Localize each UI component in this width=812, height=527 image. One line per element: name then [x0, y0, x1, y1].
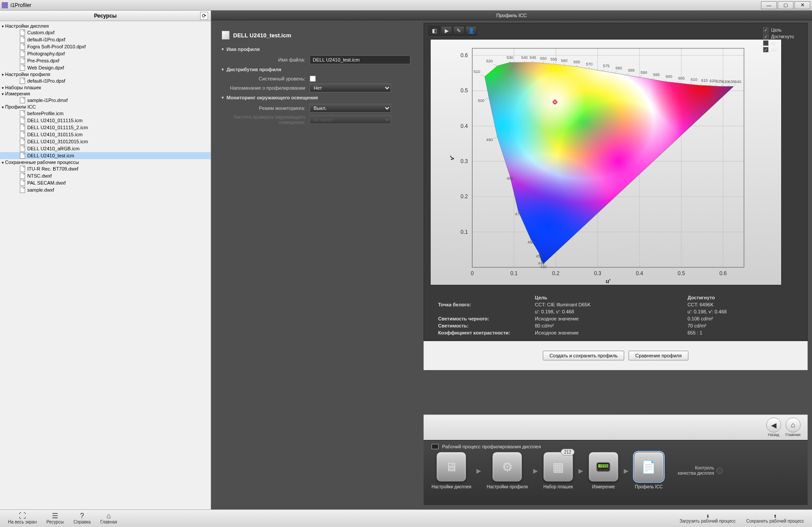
reminder-select[interactable]: Нет: [310, 84, 391, 92]
svg-text:0.2: 0.2: [461, 193, 468, 200]
workflow-step[interactable]: 🖥Настройки дисплея: [432, 452, 471, 489]
viz-tool-measure-icon[interactable]: ✎: [453, 26, 465, 36]
refresh-button[interactable]: ⟳: [200, 12, 208, 20]
file-icon: [19, 173, 26, 179]
tree-section[interactable]: Настройки профиля: [0, 71, 211, 77]
file-icon: [19, 51, 26, 57]
file-name-input[interactable]: [310, 55, 410, 64]
tree-item[interactable]: Pre-Press.dpxf: [0, 57, 211, 64]
file-icon: [19, 97, 26, 103]
viz-tool-play-icon[interactable]: ▶: [441, 26, 452, 36]
form-panel: DELL U2410_test.icm Имя профиля Имя файл…: [211, 20, 421, 509]
svg-text:555: 555: [550, 57, 557, 62]
bottombar-item[interactable]: ?Справка: [73, 512, 91, 524]
reminder-label: Напоминание о профилировании: [222, 85, 305, 91]
bottombar-item[interactable]: ⬆Сохранить рабочий процесс: [746, 514, 804, 523]
bottombar-item[interactable]: ⛶На весь экран: [8, 512, 37, 524]
chevron-right-icon: ▶: [476, 467, 481, 474]
tree-item[interactable]: DELL U2410_test.icm: [0, 152, 211, 159]
tree-item[interactable]: Fogra Soft-Proof 2010.dpxf: [0, 43, 211, 50]
svg-line-91: [700, 84, 702, 85]
nav-back-button[interactable]: ◀Назад: [766, 418, 781, 437]
file-icon: [19, 44, 26, 50]
content: Профиль ICC DELL U2410_test.icm Имя проф…: [211, 11, 812, 509]
svg-text:0.5: 0.5: [678, 270, 685, 276]
bottombar-item[interactable]: ☰Ресурсы: [46, 512, 63, 524]
workflow-step[interactable]: ▦212Набор плашек: [543, 452, 573, 489]
viz-option[interactable]: ✓Достигнуто: [763, 34, 803, 39]
tree-item[interactable]: DELL U2410_011115_2.icm: [0, 124, 211, 131]
svg-text:0.3: 0.3: [461, 158, 468, 164]
svg-text:520: 520: [486, 59, 493, 63]
tree-section[interactable]: Профили ICC: [0, 104, 211, 110]
tree-item[interactable]: beforeProfile.icm: [0, 110, 211, 117]
svg-text:0.4: 0.4: [461, 123, 468, 129]
tree-item[interactable]: default-i1Pro.dpxf: [0, 36, 211, 43]
workflow-step[interactable]: 📄Профиль ICC: [634, 452, 664, 489]
file-icon: [19, 153, 26, 159]
svg-text:0.1: 0.1: [510, 270, 518, 276]
file-icon: [19, 138, 26, 145]
tree-item[interactable]: DELL U2410_31012015.icm: [0, 138, 211, 145]
tree-item[interactable]: Custom.dpxf: [0, 29, 211, 36]
monitor-icon: [432, 444, 439, 449]
save-profile-button[interactable]: Создать и сохранить профиль: [543, 351, 624, 360]
workflow-tile-icon: ⚙: [492, 452, 522, 482]
tree-item[interactable]: DELL U2410_011115.icm: [0, 117, 211, 124]
tree-section[interactable]: Измерения: [0, 91, 211, 97]
close-button[interactable]: ✕: [794, 1, 810, 9]
svg-point-37: [525, 71, 587, 132]
workflow-extra[interactable]: Контролькачества дисплея: [678, 465, 723, 476]
svg-text:610: 610: [691, 77, 697, 82]
tree-item[interactable]: DELL U2410_310115.icm: [0, 131, 211, 138]
tree-item[interactable]: Photography.dpxf: [0, 50, 211, 57]
nav-home-button[interactable]: ⌂Главная: [786, 418, 801, 437]
svg-line-83: [652, 78, 654, 80]
sidebar-title: Ресурсы: [94, 13, 117, 19]
section-distribution[interactable]: Дистрибутив профиля: [222, 67, 410, 72]
viz-tool-gamut-icon[interactable]: ◧: [428, 26, 440, 36]
sidebar-header: Ресурсы ⟳: [0, 11, 211, 21]
bottombar-item[interactable]: ⬇Загрузить рабочий процесс: [680, 514, 736, 523]
tree-item[interactable]: ITU-R Rec. BT709.dwxf: [0, 165, 211, 172]
workflow-step-label: Профиль ICC: [635, 484, 662, 489]
bottombar-icon: ⬇: [706, 514, 710, 519]
mode-select[interactable]: Выкл.: [310, 104, 391, 113]
chart-svg: 00.10.20.30.40.50.60.10.20.30.40.50.6u'v…: [431, 40, 781, 285]
tree-item[interactable]: PAL SECAM.dwxf: [0, 179, 211, 186]
workflow-step[interactable]: 📟Измерение: [589, 452, 618, 489]
viz-option[interactable]: xy: [763, 40, 803, 46]
section-monitoring[interactable]: Мониторинг окружающего освещения: [222, 95, 410, 100]
workflow-tile-icon: ▦212: [543, 452, 573, 482]
tree-item[interactable]: Web Design.dpxf: [0, 64, 211, 71]
tree-item[interactable]: NTSC.dwxf: [0, 172, 211, 179]
tree-section[interactable]: Настройки дисплея: [0, 23, 211, 29]
compare-profile-button[interactable]: Сравнение профиля: [629, 351, 688, 360]
workflow-step[interactable]: ⚙Настройки профиля: [486, 452, 527, 489]
viz-option[interactable]: ✓u'v': [763, 47, 803, 52]
bottombar-icon: ⬆: [773, 514, 777, 519]
bottombar-item[interactable]: ⌂Главная: [100, 512, 117, 524]
tree-section[interactable]: Сохраненные рабочие процессы: [0, 159, 211, 165]
svg-text:0.1: 0.1: [461, 229, 468, 235]
tree-item[interactable]: sample.dwxf: [0, 186, 211, 193]
svg-line-99: [727, 85, 729, 87]
svg-text:585: 585: [628, 68, 635, 73]
minimize-button[interactable]: —: [761, 1, 777, 9]
svg-line-81: [640, 76, 642, 77]
resource-tree[interactable]: Настройки дисплеяCustom.dpxfdefault-i1Pr…: [0, 21, 211, 509]
tree-item[interactable]: sample-i1Pro.dmxf: [0, 97, 211, 104]
checkbox-icon: ✓: [763, 27, 768, 33]
workflow-title: Рабочий процесс профилирования дисплея: [442, 444, 541, 449]
maximize-button[interactable]: ▢: [778, 1, 794, 9]
svg-text:570: 570: [586, 62, 593, 66]
tree-item[interactable]: DELL U2410_aRGB.icm: [0, 145, 211, 152]
viz-option[interactable]: ✓Цель: [763, 27, 803, 33]
tree-item[interactable]: default-i1Pro.dpsf: [0, 77, 211, 84]
system-level-checkbox[interactable]: [310, 76, 316, 82]
svg-line-85: [665, 80, 667, 81]
section-profile-name[interactable]: Имя профиля: [222, 47, 410, 52]
svg-text:615: 615: [701, 78, 708, 83]
viz-tool-person-icon[interactable]: 👤: [465, 26, 477, 36]
tree-section[interactable]: Наборы плашек: [0, 84, 211, 91]
